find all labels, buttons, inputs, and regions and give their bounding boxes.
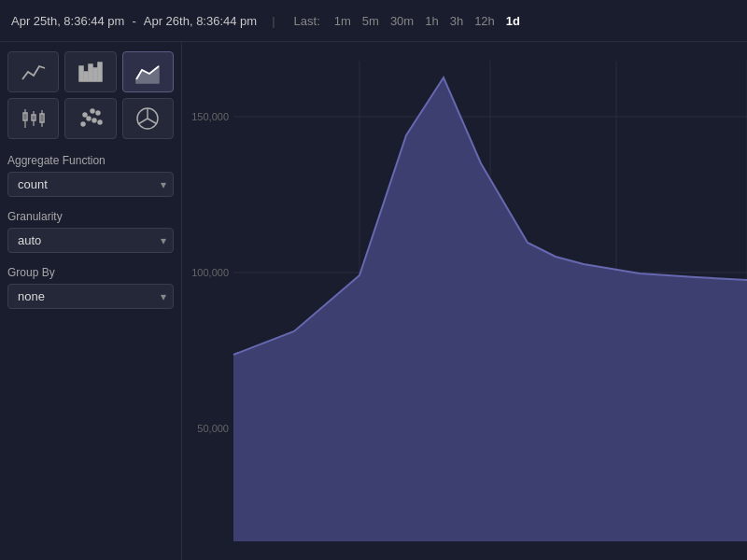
- chart-type-scatter[interactable]: [64, 98, 116, 139]
- svg-rect-4: [98, 63, 102, 81]
- time-option-30m[interactable]: 30m: [388, 12, 416, 30]
- sidebar: Aggregate Function count sum avg min max…: [0, 42, 182, 560]
- svg-rect-2: [89, 64, 92, 81]
- chart-area: 150,000 100,000 50,000: [182, 42, 747, 560]
- svg-point-12: [81, 122, 85, 126]
- header: Apr 25th, 8:36:44 pm - Apr 26th, 8:36:44…: [0, 0, 747, 42]
- granularity-label: Granularity: [7, 210, 174, 223]
- svg-point-18: [98, 120, 102, 124]
- aggregate-function-select-wrapper: count sum avg min max: [7, 172, 174, 197]
- granularity-group: Granularity auto 1m 5m 30m 1h 3h 12h 1d: [7, 210, 174, 253]
- candlestick-chart-icon: [21, 105, 47, 132]
- svg-rect-3: [93, 68, 97, 81]
- scatter-chart-icon: [78, 105, 104, 132]
- svg-point-16: [96, 111, 100, 115]
- group-by-select-wrapper: none: [7, 284, 174, 309]
- group-by-group: Group By none: [7, 266, 174, 309]
- granularity-select-wrapper: auto 1m 5m 30m 1h 3h 12h 1d: [7, 228, 174, 253]
- time-option-12h[interactable]: 12h: [472, 12, 498, 30]
- chart-type-bar-grouped[interactable]: [64, 51, 116, 92]
- date-range-end: Apr 26th, 8:36:44 pm: [144, 14, 257, 28]
- granularity-select[interactable]: auto 1m 5m 30m 1h 3h 12h 1d: [7, 228, 174, 253]
- pie-chart-icon: [134, 105, 161, 132]
- group-by-select[interactable]: none: [7, 284, 174, 309]
- area-chart-icon: [134, 59, 161, 85]
- date-range-start: Apr 25th, 8:36:44 pm: [11, 14, 124, 28]
- svg-point-15: [92, 119, 96, 122]
- time-options: 1m 5m 30m 1h 3h 12h 1d: [331, 12, 523, 30]
- chart-type-grid: [7, 51, 174, 139]
- line-chart-icon: [21, 59, 47, 85]
- chart-type-pie[interactable]: [122, 98, 174, 139]
- time-option-1d[interactable]: 1d: [503, 12, 523, 30]
- chart-type-line[interactable]: [7, 51, 59, 92]
- chart-type-area[interactable]: [122, 51, 174, 92]
- svg-text:150,000: 150,000: [191, 111, 229, 122]
- time-option-1m[interactable]: 1m: [331, 12, 354, 30]
- last-label: Last:: [294, 14, 320, 28]
- header-divider: |: [272, 14, 275, 28]
- aggregate-function-select[interactable]: count sum avg min max: [7, 172, 174, 197]
- main-content: Aggregate Function count sum avg min max…: [0, 42, 747, 560]
- svg-point-14: [83, 113, 87, 117]
- svg-rect-0: [79, 66, 83, 81]
- date-range-separator: -: [132, 14, 135, 28]
- chart-svg: 150,000 100,000 50,000: [182, 42, 747, 560]
- time-option-1h[interactable]: 1h: [422, 12, 441, 30]
- svg-point-13: [87, 117, 91, 120]
- chart-type-candlestick[interactable]: [7, 98, 59, 139]
- svg-marker-5: [136, 66, 159, 83]
- svg-point-17: [91, 109, 94, 113]
- svg-rect-1: [84, 72, 88, 81]
- time-option-3h[interactable]: 3h: [447, 12, 466, 30]
- aggregate-function-label: Aggregate Function: [7, 154, 174, 167]
- bar-grouped-chart-icon: [78, 59, 104, 85]
- time-option-5m[interactable]: 5m: [359, 12, 382, 30]
- svg-line-22: [138, 119, 148, 124]
- svg-line-21: [148, 119, 157, 124]
- svg-text:50,000: 50,000: [197, 423, 229, 434]
- aggregate-function-group: Aggregate Function count sum avg min max: [7, 154, 174, 197]
- group-by-label: Group By: [7, 266, 174, 279]
- svg-text:100,000: 100,000: [191, 267, 229, 278]
